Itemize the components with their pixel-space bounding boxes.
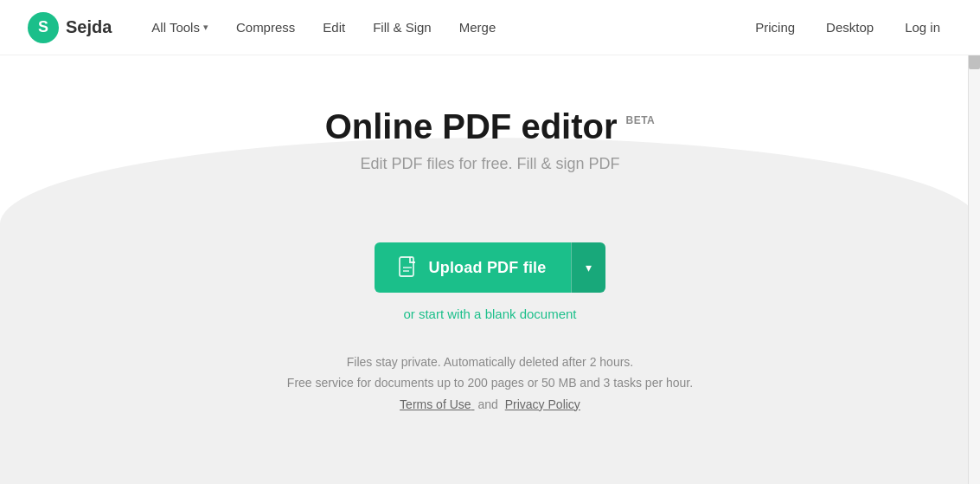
logo-link[interactable]: S Sejda bbox=[28, 12, 112, 43]
nav-left: All Tools ▾ Compress Edit Fill & Sign Me… bbox=[139, 13, 743, 42]
beta-badge: BETA bbox=[626, 114, 656, 126]
upload-button-group: Upload PDF file ▾ bbox=[375, 242, 605, 293]
nav-item-merge[interactable]: Merge bbox=[447, 13, 509, 42]
logo-icon: S bbox=[28, 12, 59, 43]
privacy-section: Files stay private. Automatically delete… bbox=[287, 352, 693, 411]
chevron-down-icon: ▾ bbox=[203, 22, 208, 33]
nav-item-pricing[interactable]: Pricing bbox=[743, 13, 807, 42]
svg-rect-0 bbox=[400, 257, 413, 276]
nav-item-fill-sign[interactable]: Fill & Sign bbox=[361, 13, 444, 42]
privacy-policy-link[interactable]: Privacy Policy bbox=[505, 397, 580, 411]
chevron-down-icon: ▾ bbox=[586, 261, 592, 274]
pdf-file-icon bbox=[399, 256, 418, 279]
navbar: S Sejda All Tools ▾ Compress Edit Fill &… bbox=[0, 0, 980, 55]
nav-item-login[interactable]: Log in bbox=[893, 13, 952, 42]
nav-item-desktop[interactable]: Desktop bbox=[814, 13, 886, 42]
privacy-line-2: Free service for documents up to 200 pag… bbox=[287, 373, 693, 394]
privacy-line-1: Files stay private. Automatically delete… bbox=[287, 352, 693, 373]
upload-dropdown-button[interactable]: ▾ bbox=[571, 242, 605, 293]
upload-pdf-button[interactable]: Upload PDF file bbox=[375, 242, 570, 293]
nav-item-compress[interactable]: Compress bbox=[224, 13, 307, 42]
blank-document-link[interactable]: or start with a blank document bbox=[403, 307, 576, 321]
privacy-links: Terms of Use and Privacy Policy bbox=[287, 397, 693, 411]
terms-of-use-link[interactable]: Terms of Use bbox=[400, 397, 474, 411]
nav-item-all-tools[interactable]: All Tools ▾ bbox=[139, 13, 221, 42]
content-wrapper: Online PDF editor BETA Edit PDF files fo… bbox=[0, 55, 980, 411]
nav-right: Pricing Desktop Log in bbox=[743, 13, 952, 42]
logo-name: Sejda bbox=[66, 17, 112, 37]
page-subtitle: Edit PDF files for free. Fill & sign PDF bbox=[360, 155, 619, 173]
upload-section: Upload PDF file ▾ or start with a blank … bbox=[375, 242, 605, 321]
main-content: Online PDF editor BETA Edit PDF files fo… bbox=[0, 55, 980, 484]
nav-item-edit[interactable]: Edit bbox=[311, 13, 357, 42]
page-title: Online PDF editor BETA bbox=[325, 107, 656, 146]
